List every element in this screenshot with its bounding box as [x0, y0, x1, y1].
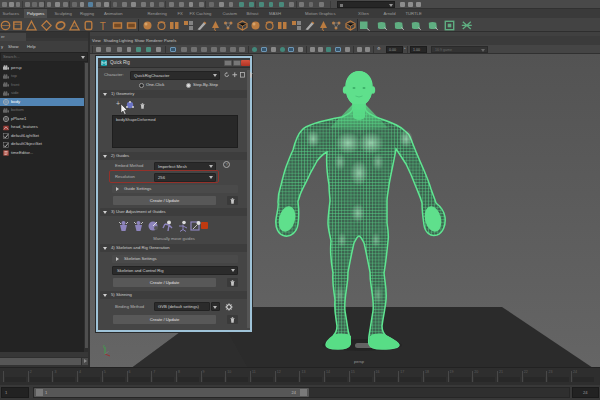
svg-text:y: y — [103, 344, 105, 348]
svg-text:T: T — [99, 20, 105, 31]
